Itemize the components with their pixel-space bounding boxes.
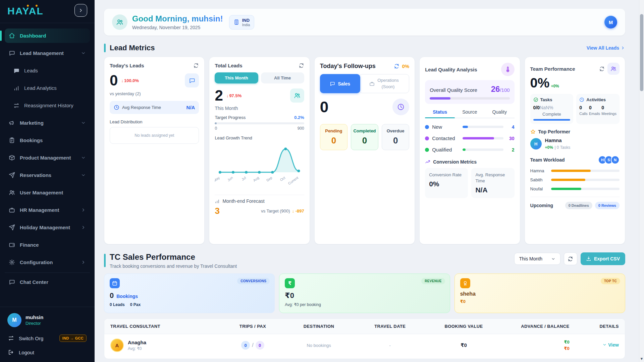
chevron-down-icon: [81, 173, 86, 178]
tab-source[interactable]: Source: [455, 109, 485, 118]
sidebar-item-reassignment-history[interactable]: Reassignment History: [9, 98, 90, 113]
tab-all-time[interactable]: All Time: [261, 72, 304, 83]
sidebar-item-chat-center[interactable]: Chat Center: [5, 275, 90, 289]
scrollbar-thumb[interactable]: [640, 14, 643, 91]
pax-count: 0: [256, 341, 264, 350]
top-performer-header: Top Performer: [530, 129, 620, 134]
tab-status[interactable]: Status: [425, 109, 455, 118]
calendar-icon-box: [110, 278, 120, 288]
pax-meta: 0 Pax: [130, 302, 141, 307]
conversion-metrics-header: Conversion Metrics: [425, 159, 514, 165]
sidebar-item-user-management[interactable]: User Management: [5, 185, 90, 200]
greeting-text: Good Morning, muhsin!: [132, 14, 223, 23]
period-select[interactable]: This Month: [514, 253, 560, 265]
sidebar-profile[interactable]: M muhsin Director: [0, 309, 95, 331]
lead-distribution-empty: No leads assigned yet: [110, 127, 199, 144]
export-csv-button[interactable]: Export CSV: [581, 252, 625, 265]
refresh-icon[interactable]: [299, 63, 304, 68]
sidebar-item-bookings[interactable]: Bookings: [5, 133, 90, 147]
briefcase-icon: [9, 207, 15, 213]
avatar: M: [7, 313, 21, 327]
bookings-count: 0: [110, 291, 114, 300]
svg-text:May: May: [215, 176, 221, 183]
card-title: Team Performance: [530, 66, 575, 72]
refresh-icon[interactable]: [599, 66, 605, 72]
users-icon-box: [290, 88, 304, 103]
avatar: A: [110, 339, 124, 352]
plane-icon: [9, 172, 15, 178]
top-tc-badge: TOP TC: [601, 278, 620, 284]
sidebar-item-label: Lead Analytics: [24, 85, 86, 91]
lead-growth-trend-chart: MayJunJulAugSepOctCurrent: [215, 140, 304, 191]
users-icon: [294, 92, 301, 99]
sidebar-item-marketing[interactable]: Marketing: [5, 116, 90, 130]
sidebar-item-dashboard[interactable]: Dashboard: [5, 28, 90, 43]
swap-arrows-icon: [8, 335, 14, 341]
plane-icon: [9, 224, 15, 231]
sidebar-item-hr-management[interactable]: HR Management: [5, 203, 90, 217]
tab-sales[interactable]: Sales: [320, 74, 360, 93]
leads-meta: 0 Leads: [110, 302, 125, 307]
greeting-users-icon: [112, 14, 127, 30]
todays-leads-card: Today's Leads 0 ↓100.0% vs yesterday (2)…: [104, 57, 205, 244]
clock-icon: [397, 103, 405, 111]
logout-button[interactable]: Logout: [0, 345, 95, 362]
chevron-down-icon: [602, 343, 607, 347]
sidebar-item-label: Reassignment History: [24, 103, 86, 108]
trending-up-icon: [425, 159, 430, 165]
bar-chart-icon: [215, 199, 220, 204]
user-avatar[interactable]: M: [604, 16, 617, 28]
chevron-down-icon: [81, 120, 86, 125]
section-accent-bar: [104, 44, 106, 52]
sidebar-item-leads[interactable]: Leads: [9, 63, 90, 78]
total-leads-change: ↓97.5%: [226, 93, 241, 98]
view-details-link[interactable]: View: [602, 342, 619, 348]
team-workload-header: Team Workload H S N: [530, 156, 620, 164]
sidebar-item-finance[interactable]: Finance: [5, 238, 90, 252]
view-all-leads-link[interactable]: View All Leads: [587, 45, 625, 51]
forecast-value: 3: [215, 206, 219, 216]
followups-tabs: Sales Operations(Soon): [320, 74, 409, 93]
scroll-down-arrow[interactable]: ▼: [639, 357, 644, 361]
megaphone-icon: [9, 120, 15, 126]
refresh-button[interactable]: [564, 252, 577, 265]
switch-org-button[interactable]: Switch Org IND → GCC: [0, 331, 95, 345]
tab-this-month[interactable]: This Month: [215, 72, 258, 83]
sidebar-item-lead-management[interactable]: Lead Management: [5, 46, 90, 60]
avg-response-box: Avg. Response Time N/A: [471, 168, 514, 198]
forecast-vs-target: vs Target (900): [261, 208, 290, 214]
workload-row: Noufal: [530, 186, 620, 191]
sidebar-collapse-button[interactable]: [74, 4, 87, 17]
top-performer-row: H Hamna +0% | 0 Tasks: [530, 137, 620, 150]
status-bar: [463, 126, 503, 128]
org-selector[interactable]: IND India: [229, 15, 255, 29]
award-icon: [463, 281, 468, 286]
sidebar-item-reservations[interactable]: Reservations: [5, 168, 90, 182]
arrow-down-icon: ↓: [226, 93, 229, 98]
tab-quality[interactable]: Quality: [485, 109, 515, 118]
gear-icon: [9, 259, 15, 265]
table-row[interactable]: A Anagha Avg: ₹0 0/0 No bookings - ₹0 ₹0…: [104, 334, 625, 359]
building-icon: [233, 19, 239, 25]
page-scrollbar[interactable]: ▼: [639, 0, 644, 362]
switch-org-label: Switch Org: [19, 336, 43, 341]
users-icon-box: [607, 63, 620, 75]
refresh-icon[interactable]: [193, 63, 199, 68]
sidebar-item-holiday-management[interactable]: Holiday Management: [5, 220, 90, 235]
sidebar-item-lead-analytics[interactable]: Lead Analytics: [9, 81, 90, 95]
top-tc-name: sheha: [460, 291, 620, 297]
chevron-right-icon: [78, 8, 84, 13]
period-tabs: This Month All Time: [215, 72, 304, 83]
activities-box: Activities 0Calls 0Emails 0Meetings: [576, 94, 620, 124]
tab-operations[interactable]: Operations(Soon): [359, 74, 410, 93]
sidebar-item-label: Dashboard: [20, 33, 86, 39]
section-accent-bar: [104, 254, 106, 267]
overdue-value: 0: [384, 135, 407, 146]
sidebar-item-label: Reservations: [20, 172, 76, 178]
sidebar-item-configuration[interactable]: Configuration: [5, 255, 90, 269]
sidebar-item-product-management[interactable]: Product Management: [5, 150, 90, 165]
refresh-icon[interactable]: [394, 63, 399, 69]
conversions-card: CONVERSIONS 0 Bookings 0 Leads 0 Pax: [104, 274, 275, 313]
thermometer-icon-box: [501, 63, 515, 76]
profile-role: Director: [25, 321, 43, 326]
